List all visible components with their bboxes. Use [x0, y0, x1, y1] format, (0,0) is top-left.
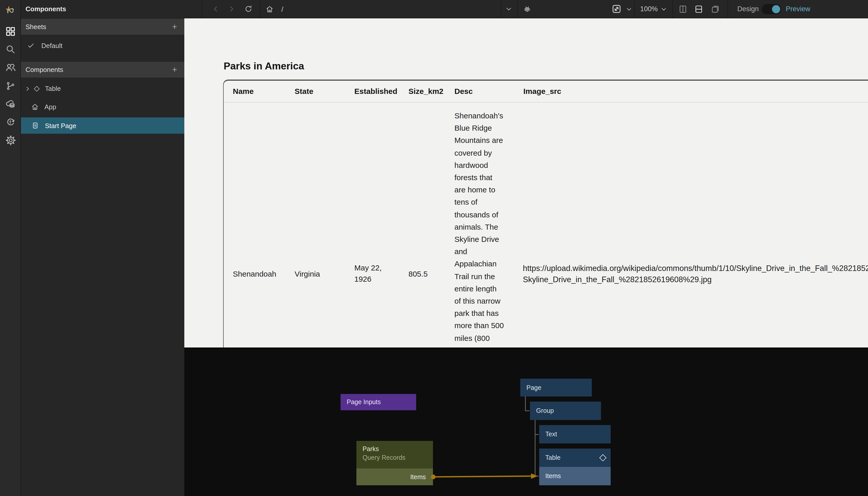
layout-split-vertical-icon[interactable]: [676, 0, 689, 18]
node-parks-header: Parks Query Records: [356, 441, 433, 468]
column-header-size[interactable]: Size_km2: [409, 87, 443, 95]
desc-line: forests that: [454, 171, 516, 184]
grid-icon[interactable]: [0, 24, 21, 39]
column-header-state[interactable]: State: [294, 87, 313, 95]
tree-item-table[interactable]: Table: [21, 81, 184, 96]
node-text[interactable]: Text: [539, 425, 611, 444]
add-block-button[interactable]: +: [2, 0, 15, 18]
node-label: Page Inputs: [347, 399, 381, 406]
node-group[interactable]: Group: [530, 402, 601, 420]
desc-line: animals. The: [454, 221, 516, 233]
desc-line: and: [454, 246, 516, 258]
graph-wires: [184, 348, 868, 496]
icon-rail: f: [0, 0, 21, 496]
column-header-name[interactable]: Name: [233, 87, 254, 95]
tree-item-label: Start Page: [45, 122, 76, 129]
desc-line: miles (800: [454, 332, 516, 344]
zoom-level[interactable]: 100%: [639, 0, 659, 18]
branch-icon[interactable]: [0, 78, 21, 93]
desc-line: are home to: [454, 184, 516, 196]
app-window: f Components Sheets + Default Components…: [0, 0, 868, 496]
add-sheet-button[interactable]: +: [169, 19, 180, 35]
node-label: Items: [545, 472, 561, 480]
document-icon: [32, 122, 39, 129]
debug-bug-icon[interactable]: [521, 0, 533, 18]
desc-line: Trail run the: [454, 270, 516, 282]
components-section-header[interactable]: Components +: [21, 62, 184, 78]
desc-line: Shenandoah's: [454, 110, 516, 122]
sheet-item-label: Default: [41, 42, 62, 49]
settings-gear-icon[interactable]: [0, 133, 21, 148]
table-header-divider: [224, 102, 868, 103]
design-preview-toggle[interactable]: [762, 4, 781, 14]
node-page[interactable]: Page: [520, 378, 592, 397]
data-flow-graph[interactable]: Page Inputs Parks Query Records Items Pa…: [184, 347, 868, 496]
components-section-label: Components: [26, 66, 63, 74]
check-icon: [27, 42, 35, 49]
column-header-established[interactable]: Established: [354, 87, 397, 95]
home-icon: [31, 103, 39, 111]
cell-desc: Shenandoah'sBlue RidgeMountains arecover…: [454, 110, 516, 347]
desc-line: Skyline Drive: [454, 233, 516, 246]
path-breadcrumb[interactable]: /: [278, 0, 287, 18]
desc-line: more than 500: [454, 320, 516, 332]
add-component-button[interactable]: +: [169, 62, 180, 78]
column-header-image-src[interactable]: Image_src: [523, 87, 561, 95]
desc-line: Mountains are: [454, 135, 516, 147]
nav-forward-icon[interactable]: [226, 0, 237, 18]
node-label: Text: [545, 431, 557, 438]
screen-size-chevron-icon[interactable]: [624, 0, 634, 18]
desc-line: Appalachian: [454, 258, 516, 270]
desc-line: km) of hiking: [454, 344, 516, 347]
preview-canvas: Parks in America Name State Established …: [184, 18, 868, 347]
zoom-chevron-icon[interactable]: [659, 0, 668, 18]
design-label: Design: [737, 0, 759, 18]
node-subtitle: Query Records: [363, 454, 433, 461]
sheets-section-header[interactable]: Sheets +: [21, 19, 184, 35]
users-icon[interactable]: [0, 60, 21, 75]
tree-item-start-page[interactable]: Start Page: [21, 118, 184, 134]
screen-size-icon[interactable]: [610, 0, 622, 18]
node-parks-query[interactable]: Parks Query Records Items: [356, 441, 433, 485]
preview-label: Preview: [785, 0, 811, 18]
panel-title: Components: [26, 5, 66, 13]
cloud-functions-icon[interactable]: f: [0, 114, 21, 129]
nav-back-icon[interactable]: [210, 0, 221, 18]
layout-split-horizontal-icon[interactable]: [692, 0, 705, 18]
refresh-icon[interactable]: [242, 0, 254, 18]
desc-line: entire length: [454, 283, 516, 295]
desc-line: tens of: [454, 196, 516, 208]
node-page-inputs[interactable]: Page Inputs: [340, 394, 416, 410]
sheets-section-label: Sheets: [26, 23, 46, 31]
toolbar: + / 100%: [184, 0, 868, 18]
cloud-database-icon[interactable]: [0, 96, 21, 112]
chevron-down-icon[interactable]: [503, 0, 514, 18]
chevron-right-icon[interactable]: [25, 86, 31, 92]
diamond-icon: [35, 87, 39, 91]
layout-stacked-panels-icon[interactable]: [709, 0, 721, 18]
sheet-item-default[interactable]: Default: [21, 38, 184, 53]
search-icon[interactable]: [0, 41, 21, 57]
node-label: Page: [527, 384, 541, 391]
tree-item-label: App: [44, 103, 56, 111]
table-component[interactable]: [223, 80, 868, 347]
image-src-line: https://upload.wikimedia.org/wikipedia/c…: [523, 263, 868, 274]
tree-item-app[interactable]: App: [21, 99, 184, 115]
tree-item-label: Table: [45, 85, 61, 92]
page-heading[interactable]: Parks in America: [224, 60, 304, 72]
home-icon[interactable]: [263, 0, 276, 18]
desc-line: thousands of: [454, 208, 516, 221]
toggle-knob: [772, 5, 780, 13]
desc-line: of this narrow: [454, 295, 516, 307]
diamond-icon: [599, 454, 606, 461]
node-label: Table: [545, 454, 561, 461]
node-title: Parks: [363, 446, 433, 453]
column-header-desc[interactable]: Desc: [454, 87, 473, 95]
cell-established: May 22, 1926: [354, 262, 386, 285]
node-table-items-port[interactable]: Items: [539, 467, 611, 485]
image-src-line: Skyline_Drive_in_the_Fall_%2821852619608…: [523, 274, 868, 286]
desc-line: park that has: [454, 308, 516, 320]
node-table[interactable]: Table: [539, 448, 611, 467]
node-parks-items-port[interactable]: Items: [356, 468, 433, 485]
svg-text:f: f: [9, 120, 11, 125]
